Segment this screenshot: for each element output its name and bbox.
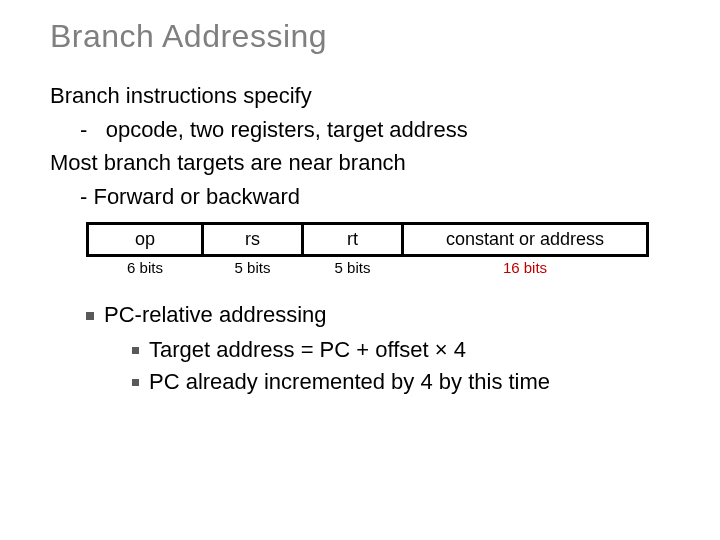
bits-rs: 5 bits: [203, 255, 303, 280]
square-bullet-icon: [132, 379, 139, 386]
pc-main-line: PC-relative addressing: [86, 302, 680, 328]
instruction-format-table: op rs rt constant or address 6 bits 5 bi…: [86, 222, 649, 280]
bits-const: 16 bits: [403, 255, 648, 280]
slide-title: Branch Addressing: [50, 18, 680, 55]
table-row: op rs rt constant or address: [88, 223, 648, 255]
field-rt: rt: [303, 223, 403, 255]
line-branch-specify: Branch instructions specify: [50, 81, 680, 111]
pc-relative-block: PC-relative addressing Target address = …: [86, 302, 680, 398]
field-rs: rs: [203, 223, 303, 255]
field-const: constant or address: [403, 223, 648, 255]
field-op: op: [88, 223, 203, 255]
body-text-block: Branch instructions specify - opcode, tw…: [50, 81, 680, 212]
line-opcode-detail: - opcode, two registers, target address: [50, 115, 680, 145]
line-forward-backward: - Forward or backward: [50, 182, 680, 212]
square-bullet-icon: [132, 347, 139, 354]
bits-rt: 5 bits: [303, 255, 403, 280]
square-bullet-icon: [86, 312, 94, 320]
table-row: 6 bits 5 bits 5 bits 16 bits: [88, 255, 648, 280]
line-most-targets: Most branch targets are near branch: [50, 148, 680, 178]
pc-sub-line-2: PC already incremented by 4 by this time: [132, 366, 680, 398]
pc-sub2-text: PC already incremented by 4 by this time: [149, 369, 550, 394]
slide: Branch Addressing Branch instructions sp…: [0, 0, 720, 418]
pc-sub-line-1: Target address = PC + offset × 4: [132, 334, 680, 366]
pc-main-text: PC-relative addressing: [104, 302, 327, 327]
bits-op: 6 bits: [88, 255, 203, 280]
pc-sub1-text: Target address = PC + offset × 4: [149, 337, 466, 362]
